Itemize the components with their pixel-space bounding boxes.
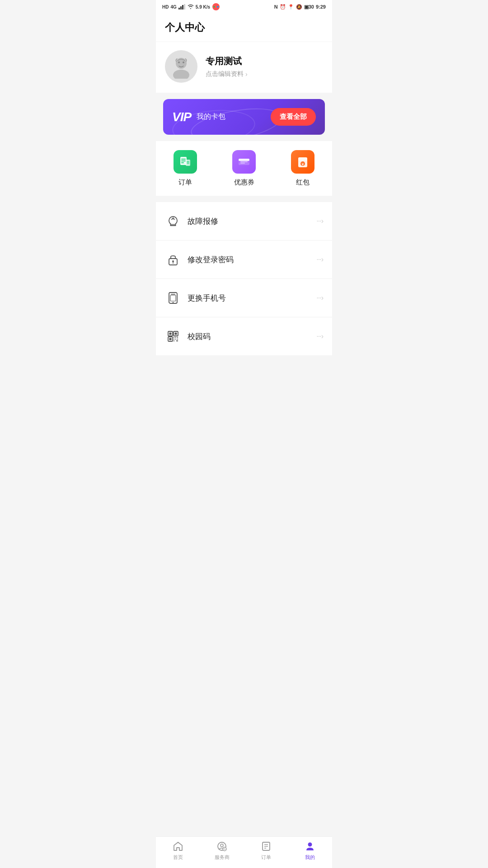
svg-rect-0 <box>178 8 180 9</box>
mute-icon: 🔕 <box>296 4 302 10</box>
coupon-label: 优惠券 <box>234 178 254 187</box>
svg-point-6 <box>217 6 219 8</box>
status-right: N ⏰ 📍 🔕 ▣30 9:29 <box>274 4 326 10</box>
svg-rect-2 <box>182 5 183 9</box>
svg-rect-13 <box>181 160 186 161</box>
password-arrow: ···› <box>316 255 323 264</box>
speed: 5.9 K/s <box>196 5 210 9</box>
menu-item-repair[interactable]: 故障报修 ···› <box>156 202 332 241</box>
location-icon: 📍 <box>288 4 294 10</box>
svg-rect-14 <box>181 162 184 163</box>
vip-text: 我的卡包 <box>197 112 225 122</box>
coupon-icon <box>232 150 256 174</box>
profile-name: 专用测试 <box>206 55 323 67</box>
repair-icon <box>165 213 181 229</box>
svg-point-9 <box>178 61 180 63</box>
svg-rect-33 <box>171 294 175 295</box>
quick-action-redpack[interactable]: ¥ 红包 <box>273 150 332 187</box>
campus-label: 校园码 <box>188 331 316 342</box>
svg-point-8 <box>173 70 189 79</box>
menu-item-campus[interactable]: 校园码 ···› <box>156 317 332 355</box>
avatar-image <box>169 54 193 79</box>
time: 9:29 <box>316 4 326 9</box>
lock-icon <box>165 251 181 268</box>
profile-info: 专用测试 点击编辑资料 › <box>206 55 323 78</box>
svg-rect-45 <box>174 339 174 340</box>
vip-view-all-button[interactable]: 查看全部 <box>271 108 316 126</box>
quick-action-order[interactable]: 订单 <box>156 150 215 187</box>
battery-icon: ▣30 <box>304 4 314 10</box>
status-left: HD 4G 5.9 K/s <box>162 3 220 11</box>
profile-edit-link[interactable]: 点击编辑资料 › <box>206 70 323 78</box>
avatar <box>165 50 197 83</box>
menu-item-password[interactable]: 修改登录密码 ···› <box>156 241 332 279</box>
wifi-icon <box>188 4 194 9</box>
profile-edit-text: 点击编辑资料 <box>206 70 244 78</box>
order-icon <box>174 150 197 174</box>
campus-arrow: ···› <box>316 332 323 340</box>
svg-rect-16 <box>187 161 189 162</box>
nfc-icon: N <box>274 4 278 9</box>
svg-rect-46 <box>175 339 176 340</box>
alarm-icon: ⏰ <box>280 4 286 10</box>
svg-rect-44 <box>177 337 178 338</box>
svg-rect-22 <box>240 161 248 162</box>
svg-rect-39 <box>169 333 172 335</box>
svg-rect-42 <box>174 337 174 338</box>
menu-item-phone[interactable]: 更换手机号 ···› <box>156 279 332 317</box>
phone-arrow: ···› <box>316 294 323 302</box>
svg-point-21 <box>248 161 249 163</box>
svg-rect-19 <box>239 159 249 161</box>
svg-point-5 <box>213 6 215 8</box>
svg-point-10 <box>183 61 184 63</box>
app-icon <box>212 3 220 11</box>
phone-icon <box>165 290 181 306</box>
repair-arrow: ···› <box>316 217 323 225</box>
svg-rect-43 <box>175 337 176 338</box>
svg-rect-3 <box>184 4 185 9</box>
main-content: 个人中心 专用测试 点击编辑资料 › VIP <box>156 13 332 355</box>
svg-rect-47 <box>177 339 178 340</box>
quick-actions: 订单 优惠券 <box>156 141 332 196</box>
svg-rect-35 <box>170 295 176 301</box>
profile-card[interactable]: 专用测试 点击编辑资料 › <box>156 42 332 93</box>
page-header: 个人中心 <box>156 13 332 42</box>
svg-point-34 <box>173 302 174 303</box>
svg-rect-48 <box>174 340 174 341</box>
svg-rect-12 <box>181 159 186 160</box>
profile-edit-arrow: › <box>245 71 248 78</box>
svg-rect-40 <box>175 333 177 335</box>
svg-rect-25 <box>298 157 307 161</box>
svg-rect-41 <box>169 338 172 340</box>
svg-rect-1 <box>180 6 182 9</box>
svg-point-30 <box>172 260 174 262</box>
redpack-icon: ¥ <box>291 150 314 174</box>
status-bar: HD 4G 5.9 K/s N ⏰ 📍 🔕 ▣30 9:29 <box>156 0 332 13</box>
order-label: 订单 <box>178 178 192 187</box>
vip-banner[interactable]: VIP 我的卡包 查看全部 <box>163 99 325 135</box>
svg-rect-17 <box>187 163 189 164</box>
menu-section: 故障报修 ···› 修改登录密码 ···› <box>156 202 332 355</box>
redpack-label: 红包 <box>296 178 310 187</box>
vip-left: VIP 我的卡包 <box>172 110 225 124</box>
quick-action-coupon[interactable]: 优惠券 <box>215 150 273 187</box>
svg-rect-23 <box>240 163 245 164</box>
repair-label: 故障报修 <box>188 216 316 226</box>
signal-icon <box>178 4 186 9</box>
password-label: 修改登录密码 <box>188 255 316 265</box>
svg-rect-49 <box>176 340 178 341</box>
status-4g: 4G <box>170 5 176 9</box>
svg-text:¥: ¥ <box>302 162 304 166</box>
phone-label: 更换手机号 <box>188 293 316 303</box>
campus-icon <box>165 328 181 344</box>
page-title: 个人中心 <box>165 21 323 34</box>
status-hd: HD <box>162 5 169 9</box>
svg-point-20 <box>239 161 240 163</box>
vip-logo: VIP <box>172 110 191 124</box>
